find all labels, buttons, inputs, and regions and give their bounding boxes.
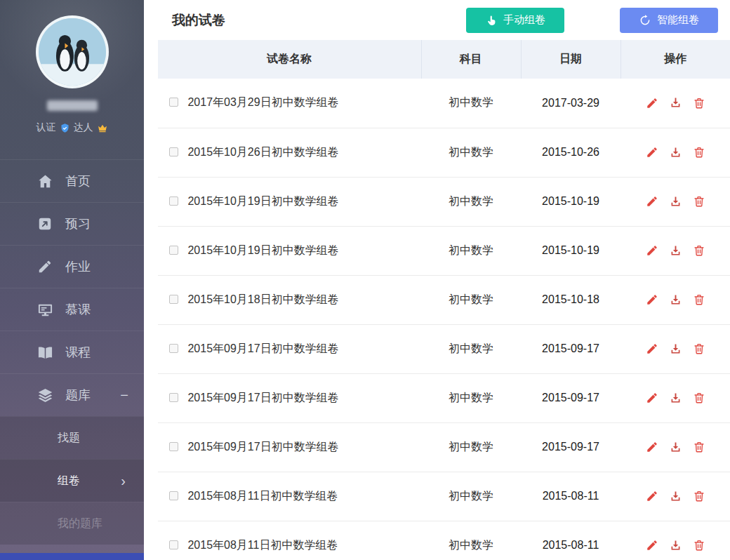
- menu-label-mooc: 慕课: [65, 301, 91, 318]
- exam-date: 2015-10-18: [521, 275, 620, 324]
- edit-icon[interactable]: [646, 539, 658, 552]
- exam-subject: 初中数学: [421, 472, 521, 521]
- delete-icon[interactable]: [693, 244, 705, 257]
- home-icon: [36, 173, 53, 189]
- download-icon[interactable]: [669, 490, 682, 503]
- table-row: 2015年09月17日初中数学组卷 初中数学 2015-09-17: [158, 422, 730, 472]
- edit-icon[interactable]: [646, 490, 658, 502]
- verified-label: 认证: [36, 121, 56, 134]
- collapse-minus-icon[interactable]: −: [120, 387, 128, 404]
- row-actions: [621, 539, 729, 552]
- exam-name: 2015年09月17日初中数学组卷: [187, 342, 338, 354]
- delete-icon[interactable]: [693, 195, 705, 208]
- page-title: 我的试卷: [172, 11, 225, 29]
- exam-subject: 初中数学: [421, 373, 521, 422]
- smart-compose-label: 智能组卷: [657, 13, 699, 27]
- row-actions: [621, 96, 729, 109]
- delete-icon[interactable]: [693, 293, 705, 306]
- delete-icon[interactable]: [693, 392, 705, 404]
- exam-date: 2015-10-19: [521, 226, 620, 275]
- avatar[interactable]: [36, 15, 109, 88]
- exam-date: 2015-08-11: [521, 521, 620, 560]
- header-buttons: 手动组卷 智能组卷: [466, 8, 718, 33]
- table-row: 2015年10月26日初中数学组卷 初中数学 2015-10-26: [158, 128, 730, 177]
- edit-icon[interactable]: [646, 244, 658, 257]
- smart-compose-button[interactable]: 智能组卷: [620, 8, 718, 33]
- table-row: 2015年09月17日初中数学组卷 初中数学 2015-09-17: [158, 373, 730, 422]
- monitor-icon: [36, 302, 53, 318]
- table-row: 2015年10月18日初中数学组卷 初中数学 2015-10-18: [158, 275, 730, 324]
- table-row: 2015年10月19日初中数学组卷 初中数学 2015-10-19: [158, 177, 730, 226]
- row-checkbox[interactable]: [169, 540, 178, 549]
- column-header-name: 试卷名称: [158, 40, 421, 79]
- exam-name: 2015年08月11日初中数学组卷: [187, 539, 338, 551]
- sidebar-item-question-bank[interactable]: 题库 −: [0, 373, 144, 416]
- edit-icon[interactable]: [646, 392, 658, 404]
- sidebar-item-find-questions[interactable]: 找题: [0, 416, 144, 459]
- exam-date: 2015-08-11: [521, 472, 620, 521]
- row-checkbox[interactable]: [169, 196, 178, 206]
- download-icon[interactable]: [669, 342, 682, 356]
- exam-name: 2015年10月19日初中数学组卷: [187, 244, 338, 256]
- main-content: 我的试卷 手动组卷 智能组卷: [144, 0, 730, 560]
- row-actions: [621, 146, 729, 159]
- row-checkbox[interactable]: [169, 491, 178, 500]
- exam-name: 2015年08月11日初中数学组卷: [187, 490, 338, 502]
- manual-compose-button[interactable]: 手动组卷: [466, 8, 564, 33]
- row-checkbox[interactable]: [169, 393, 178, 402]
- delete-icon[interactable]: [693, 342, 705, 355]
- menu-label-home: 首页: [65, 173, 91, 189]
- table-row: 2015年08月11日初中数学组卷 初中数学 2015-08-11: [158, 521, 730, 560]
- download-icon[interactable]: [669, 539, 682, 552]
- row-actions: [621, 392, 729, 405]
- row-checkbox[interactable]: [169, 442, 178, 451]
- download-icon[interactable]: [669, 441, 682, 454]
- download-icon[interactable]: [669, 146, 682, 159]
- edit-icon[interactable]: [646, 342, 658, 355]
- pencil-icon: [36, 259, 53, 274]
- row-checkbox[interactable]: [169, 98, 178, 107]
- row-checkbox[interactable]: [169, 246, 178, 255]
- download-icon[interactable]: [669, 96, 682, 109]
- delete-icon[interactable]: [693, 490, 705, 502]
- edit-icon[interactable]: [646, 293, 658, 306]
- sidebar-footer-strip[interactable]: [0, 553, 144, 560]
- delete-icon[interactable]: [693, 97, 705, 109]
- exam-date: 2015-10-19: [521, 177, 620, 226]
- sidebar-item-courses[interactable]: 课程: [0, 331, 144, 373]
- manual-compose-label: 手动组卷: [503, 13, 545, 27]
- download-icon[interactable]: [669, 392, 682, 405]
- edit-icon[interactable]: [646, 97, 658, 109]
- sidebar: 认证 达人 首页 预习: [0, 0, 144, 560]
- delete-icon[interactable]: [693, 146, 705, 159]
- verified-shield-icon: [60, 123, 70, 133]
- delete-icon[interactable]: [693, 441, 705, 453]
- sidebar-item-compose-paper[interactable]: 组卷 ›: [0, 459, 144, 502]
- download-icon[interactable]: [669, 244, 682, 258]
- row-checkbox[interactable]: [169, 147, 178, 156]
- exam-subject: 初中数学: [421, 79, 521, 128]
- exam-table: 试卷名称 科目 日期 操作 2017年03月29日初中数学组卷 初中数学 201…: [158, 40, 730, 560]
- table-row: 2015年10月19日初中数学组卷 初中数学 2015-10-19: [158, 226, 730, 275]
- download-icon[interactable]: [669, 195, 682, 208]
- sidebar-item-mooc[interactable]: 慕课: [0, 288, 144, 331]
- edit-icon[interactable]: [646, 146, 658, 159]
- menu-label-preview: 预习: [65, 215, 91, 232]
- exam-date: 2015-10-26: [521, 128, 620, 177]
- exam-date: 2017-03-29: [521, 79, 620, 128]
- row-checkbox[interactable]: [169, 344, 178, 353]
- sidebar-item-home[interactable]: 首页: [0, 159, 144, 202]
- row-checkbox[interactable]: [169, 295, 178, 304]
- exam-subject: 初中数学: [421, 275, 521, 324]
- table-row: 2015年09月17日初中数学组卷 初中数学 2015-09-17: [158, 324, 730, 373]
- sidebar-item-my-question-bank[interactable]: 我的题库: [0, 502, 144, 545]
- sidebar-item-preview[interactable]: 预习: [0, 202, 144, 245]
- sidebar-item-homework[interactable]: 作业: [0, 245, 144, 288]
- delete-icon[interactable]: [693, 539, 705, 552]
- exam-subject: 初中数学: [421, 177, 521, 226]
- exam-subject: 初中数学: [421, 128, 521, 177]
- preview-icon: [36, 216, 53, 232]
- edit-icon[interactable]: [646, 441, 658, 453]
- edit-icon[interactable]: [646, 195, 658, 208]
- download-icon[interactable]: [669, 293, 682, 307]
